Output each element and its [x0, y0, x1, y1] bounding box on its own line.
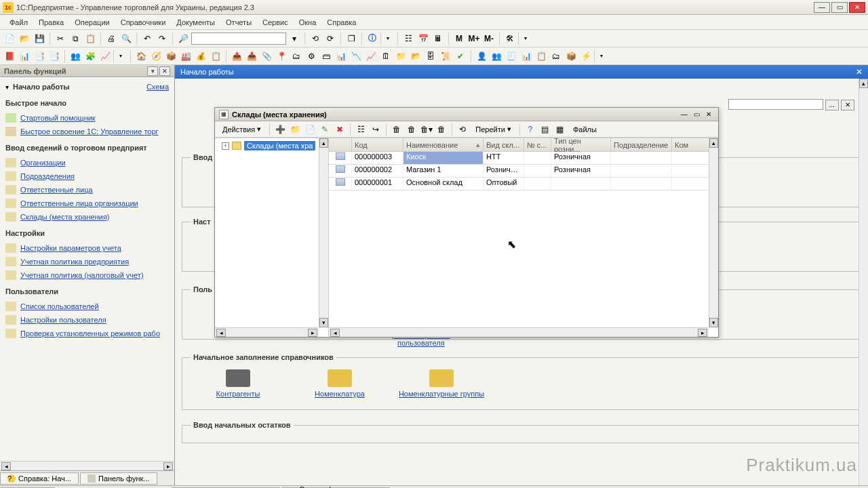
icon-3[interactable]: 📑 [33, 49, 46, 63]
grid-vscroll[interactable]: ▴ ▾ [709, 138, 718, 327]
menu-windows[interactable]: Окна [294, 17, 322, 28]
dropdown-icon[interactable]: ▾ [288, 32, 301, 45]
table-row[interactable]: 000000001 Основной склад Оптовый [329, 178, 718, 190]
files-button[interactable]: Файлы [568, 123, 601, 136]
add-icon[interactable]: ➕ [273, 123, 287, 136]
calc-icon[interactable]: 🖩 [431, 32, 445, 45]
m-button[interactable]: M [452, 32, 466, 45]
icon-21[interactable]: 📊 [334, 49, 348, 63]
filter2-icon[interactable]: 🗑 [405, 123, 418, 136]
preview-icon[interactable]: 🔍 [119, 32, 133, 45]
copy-icon[interactable]: ⧉ [68, 32, 82, 45]
sidebar-item-depts[interactable]: Подразделения [5, 169, 169, 183]
dialog-maximize-button[interactable]: ▭ [691, 110, 702, 119]
actions-button[interactable]: Действия ▾ [218, 123, 266, 136]
icon-17[interactable]: 📍 [275, 49, 288, 63]
icon-14[interactable]: 📤 [230, 49, 243, 63]
tree-expand-icon[interactable]: + [222, 142, 229, 150]
col-code[interactable]: Код [352, 138, 403, 151]
icon-2[interactable]: 📊 [18, 49, 31, 63]
refresh2-icon[interactable]: ⟳ [323, 32, 337, 45]
tree-vscroll[interactable]: ▴ ▾ [319, 138, 328, 327]
icon-18[interactable]: 🗂 [290, 49, 303, 63]
move-icon[interactable]: ↪ [369, 123, 382, 136]
calendar-icon[interactable]: 📅 [416, 32, 430, 45]
icon-7[interactable]: 📈 [98, 49, 112, 63]
refresh-icon[interactable]: ⟲ [309, 32, 322, 45]
filter-icon[interactable]: 🗑 [390, 123, 403, 136]
col-dept[interactable]: Подразделение [611, 138, 672, 151]
layout2-icon[interactable]: ▦ [553, 123, 567, 136]
icon-6[interactable]: 🧩 [83, 49, 97, 63]
icon-25[interactable]: 📁 [394, 49, 408, 63]
panel-close-button[interactable]: ✕ [159, 66, 170, 76]
icon-24[interactable]: 🗓 [379, 49, 393, 63]
icon-12[interactable]: 💰 [194, 49, 208, 63]
copy-item-icon[interactable]: 📄 [303, 123, 317, 136]
sidebar-item-params[interactable]: Настройки параметров учета [5, 241, 169, 255]
icon-36[interactable]: 📦 [564, 49, 578, 63]
dialog-minimize-button[interactable]: — [679, 110, 690, 119]
dd-37[interactable]: ▾ [594, 49, 608, 63]
sidebar-item-userlist[interactable]: Список пользователей [5, 300, 169, 313]
save-icon[interactable]: 💾 [33, 32, 46, 45]
close-button[interactable]: ✕ [849, 2, 865, 13]
card-counterparties[interactable]: Контрагенты [191, 369, 285, 398]
refresh-dialog-icon[interactable]: ⟲ [456, 123, 469, 136]
section-start[interactable]: ▾ Начало работы Схема [5, 80, 169, 94]
sidebar-item-resporg[interactable]: Ответственные лица организации [5, 197, 169, 210]
icon-8[interactable]: 🏠 [134, 49, 148, 63]
maximize-button[interactable]: ▭ [831, 2, 848, 13]
new-icon[interactable]: 📄 [3, 32, 16, 45]
sidebar-item-policy[interactable]: Учетная политика предприятия [5, 255, 169, 268]
tree-hscroll[interactable]: ◂▸ [215, 327, 319, 337]
print-icon[interactable]: 🖨 [104, 32, 118, 45]
hierarchy-icon[interactable]: ☷ [354, 123, 368, 136]
menu-service[interactable]: Сервис [257, 17, 294, 28]
help-icon[interactable]: ? [524, 123, 537, 136]
icon-28[interactable]: 📜 [439, 49, 452, 63]
col-marker[interactable] [329, 138, 352, 151]
redo-icon[interactable]: ↷ [155, 32, 169, 45]
filter-set-icon[interactable]: 🗑▾ [420, 123, 433, 136]
filter-clear-icon[interactable]: 🗑 [435, 123, 448, 136]
menu-directories[interactable]: Справочники [115, 17, 172, 28]
col-pricetype[interactable]: Тип цен розни... [551, 138, 611, 151]
table-row[interactable]: 000000002 Магазин 1 Розничн... Розничная [329, 165, 718, 178]
delete-icon[interactable]: ✖ [333, 123, 347, 136]
icon-34[interactable]: 📋 [534, 49, 548, 63]
x-button[interactable]: ✕ [841, 100, 854, 110]
col-nos[interactable]: № с... [524, 138, 551, 151]
sidebar-item-wizard[interactable]: Стартовый помощник [5, 111, 169, 125]
icon-23[interactable]: 📈 [364, 49, 378, 63]
icon-26[interactable]: 📂 [409, 49, 422, 63]
icon-22[interactable]: 📉 [349, 49, 363, 63]
sidebar-item-learn[interactable]: Быстрое освоение 1С: Управление торг [5, 125, 169, 138]
menu-documents[interactable]: Документы [171, 17, 220, 28]
tools-dropdown[interactable]: ▾ [518, 32, 532, 45]
icon-10[interactable]: 📦 [164, 49, 178, 63]
search-icon[interactable]: 🔎 [176, 32, 190, 45]
tools-icon[interactable]: 🛠 [503, 32, 517, 45]
menu-operations[interactable]: Операции [69, 17, 115, 28]
undo-icon[interactable]: ↶ [140, 32, 154, 45]
sidepanel-hscroll[interactable]: ◂ ▸ [0, 461, 174, 470]
layout1-icon[interactable]: ▤ [538, 123, 552, 136]
menu-edit[interactable]: Правка [33, 17, 69, 28]
icon-9[interactable]: 🧭 [149, 49, 163, 63]
info-dropdown[interactable]: ▾ [380, 32, 394, 45]
mminus-button[interactable]: M- [482, 32, 496, 45]
icon-29[interactable]: ✔ [454, 49, 467, 63]
icon-27[interactable]: 🗄 [424, 49, 437, 63]
workarea-close-button[interactable]: ✕ [856, 67, 863, 77]
sidebar-item-taxpolicy[interactable]: Учетная политика (налоговый учет) [5, 268, 169, 282]
icon-16[interactable]: 📎 [260, 49, 273, 63]
col-type[interactable]: Вид скл... [484, 138, 524, 151]
paste-icon[interactable]: 📋 [83, 32, 97, 45]
tab-help[interactable]: ?Справка: Нач... [0, 472, 79, 485]
windows-icon[interactable]: ❐ [344, 32, 358, 45]
edit-icon[interactable]: ✎ [318, 123, 332, 136]
icon-33[interactable]: 📊 [519, 49, 533, 63]
card-nomenclature[interactable]: Номенклатура [292, 369, 387, 398]
scroll-right-icon[interactable]: ▸ [163, 462, 173, 470]
